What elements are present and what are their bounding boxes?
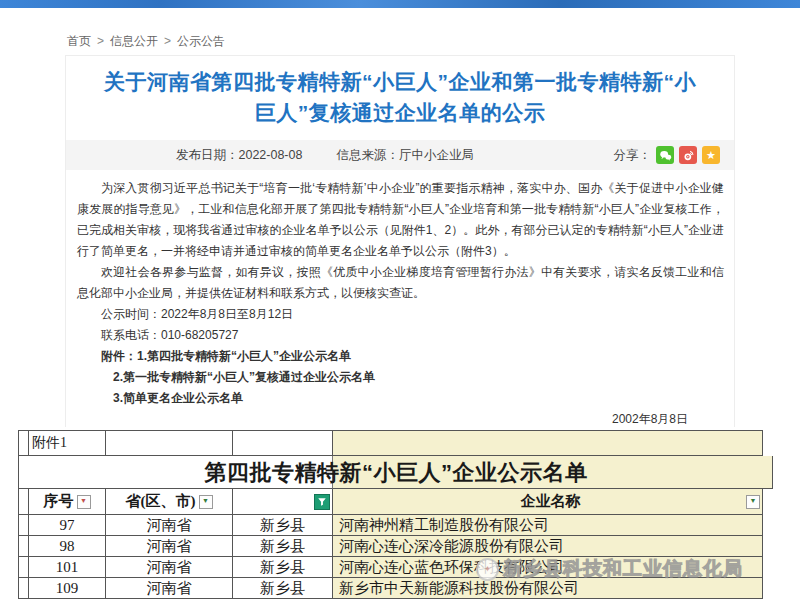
share-label: 分享： <box>614 147 652 164</box>
article-body: 为深入贯彻习近平总书记关于“培育一批‘专精特新’中小企业”的重要指示精神，落实中… <box>77 178 724 430</box>
table-cell <box>19 578 29 599</box>
breadcrumb-separator: > <box>97 34 104 48</box>
table-cell <box>19 430 29 456</box>
table-cell <box>19 515 29 536</box>
table-cell <box>233 430 333 456</box>
article-panel: 关于河南省第四批专精特新“小巨人”企业和第一批专精特新“小巨人”复核通过企业名单… <box>65 55 735 427</box>
cell-seq: 97 <box>29 515 106 536</box>
cell-seq: 101 <box>29 557 106 578</box>
attachment-item-3: 3.简单更名企业公示名单 <box>77 388 724 409</box>
table-title: 第四批专精特新“小巨人”企业公示名单 <box>19 456 773 489</box>
cell-county: 新乡县 <box>233 515 333 536</box>
cell-company: 河南心连心蓝色环保科技有限公司 <box>333 557 763 578</box>
page-title: 关于河南省第四批专精特新“小巨人”企业和第一批专精特新“小巨人”复核通过企业名单… <box>94 66 706 128</box>
cell-company: 河南心连心深冷能源股份有限公司 <box>333 536 763 557</box>
column-header-label: 序号 <box>44 492 74 511</box>
column-header-province: 省(区、市) ▼ <box>106 489 233 515</box>
cell-seq: 109 <box>29 578 106 599</box>
table-cell <box>106 430 233 456</box>
column-header-county <box>233 489 333 515</box>
attachment-item-2: 2.第一批专精特新“小巨人”复核通过企业公示名单 <box>77 367 724 388</box>
cell-province: 河南省 <box>106 515 233 536</box>
attachment-label: 附件1 <box>29 430 106 456</box>
notice-time-line: 公示时间：2022年8月8日至8月12日 <box>77 304 724 325</box>
table-title-row: 第四批专精特新“小巨人”企业公示名单 <box>18 456 773 489</box>
attachment-table: 附件1 第四批专精特新“小巨人”企业公示名单 序号 ▼ 省(区、市) ▼ <box>18 430 773 599</box>
cell-province: 河南省 <box>106 578 233 599</box>
table-cell <box>19 557 29 578</box>
chevron-down-icon[interactable]: ▼ <box>77 495 91 509</box>
funnel-filter-icon[interactable] <box>314 494 330 510</box>
breadcrumb-link-notices[interactable]: 公示公告 <box>177 34 225 48</box>
cell-province: 河南省 <box>106 557 233 578</box>
cell-county: 新乡县 <box>233 578 333 599</box>
breadcrumb-link-home[interactable]: 首页 <box>67 34 91 48</box>
top-banner-bar <box>0 0 800 8</box>
contact-phone-line: 联系电话：010-68205727 <box>77 325 724 346</box>
page: 首页>信息公开>公示公告 关于河南省第四批专精特新“小巨人”企业和第一批专精特新… <box>0 0 800 600</box>
breadcrumb: 首页>信息公开>公示公告 <box>67 33 225 50</box>
column-header-label: 省(区、市) <box>126 492 196 511</box>
table-cell <box>333 430 763 456</box>
article-meta-bar: 发布日期：2022-08-08 信息来源：厅中小企业局 分享： ★ <box>66 140 734 170</box>
paragraph: 欢迎社会各界参与监督，如有异议，按照《优质中小企业梯度培育管理暂行办法》中有关要… <box>77 262 724 304</box>
column-header-company: 企业名称 ▼ <box>333 489 763 515</box>
star-share-icon[interactable]: ★ <box>702 146 720 164</box>
table-row: 98 河南省 新乡县 河南心连心深冷能源股份有限公司 <box>18 536 773 557</box>
cell-county: 新乡县 <box>233 557 333 578</box>
table-row: 101 河南省 新乡县 河南心连心蓝色环保科技有限公司 <box>18 557 773 578</box>
publish-date: 发布日期：2022-08-08 <box>176 147 302 164</box>
share-toolbar: 分享： ★ <box>614 146 721 164</box>
wechat-share-icon[interactable] <box>656 146 674 164</box>
breadcrumb-separator: > <box>164 34 171 48</box>
cell-company: 新乡市中天新能源科技股份有限公司 <box>333 578 763 599</box>
sign-date: 2002年8月8日 <box>77 409 724 430</box>
cell-company: 河南神州精工制造股份有限公司 <box>333 515 763 536</box>
table-header-row: 序号 ▼ 省(区、市) ▼ 企业名称 ▼ <box>18 489 773 515</box>
table-cell <box>19 536 29 557</box>
table-row-attachment-label: 附件1 <box>18 430 773 456</box>
cell-seq: 98 <box>29 536 106 557</box>
weibo-share-icon[interactable] <box>679 146 697 164</box>
paragraph: 为深入贯彻习近平总书记关于“培育一批‘专精特新’中小企业”的重要指示精神，落实中… <box>77 178 724 262</box>
table-row: 109 河南省 新乡县 新乡市中天新能源科技股份有限公司 <box>18 578 773 599</box>
chevron-down-icon[interactable]: ▼ <box>746 495 760 509</box>
column-header-label: 企业名称 <box>521 492 581 511</box>
attachment-item-1: 附件：1.第四批专精特新“小巨人”企业公示名单 <box>77 346 724 367</box>
cell-county: 新乡县 <box>233 536 333 557</box>
cell-province: 河南省 <box>106 536 233 557</box>
chevron-down-icon[interactable]: ▼ <box>199 495 213 509</box>
info-source: 信息来源：厅中小企业局 <box>336 147 474 164</box>
table-row: 97 河南省 新乡县 河南神州精工制造股份有限公司 <box>18 515 773 536</box>
breadcrumb-link-info[interactable]: 信息公开 <box>110 34 158 48</box>
table-cell <box>19 489 29 515</box>
column-header-seq: 序号 ▼ <box>29 489 106 515</box>
